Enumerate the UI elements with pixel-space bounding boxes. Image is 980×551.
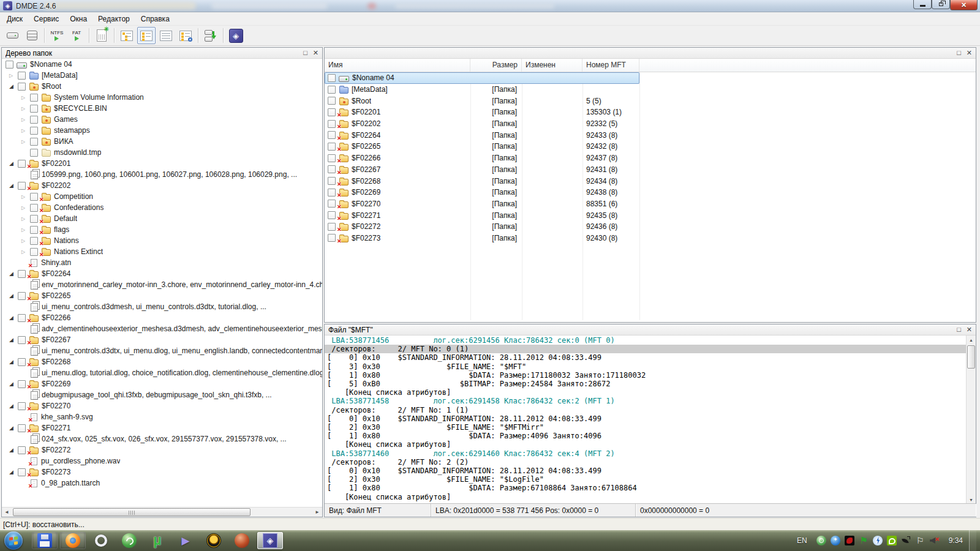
expander-closed-icon[interactable]: ▷ bbox=[20, 106, 30, 111]
panel-close-icon[interactable]: ✕ bbox=[967, 50, 972, 56]
tree-item[interactable]: ▷steamapps bbox=[2, 125, 322, 136]
checkbox[interactable] bbox=[328, 108, 336, 116]
checkbox[interactable] bbox=[18, 468, 26, 476]
checkbox[interactable] bbox=[18, 160, 26, 168]
expander-closed-icon[interactable]: ▷ bbox=[20, 128, 30, 133]
column-header-0[interactable]: Имя bbox=[325, 59, 470, 72]
file-row[interactable]: ✕$F02264[Папка]92433 (8) bbox=[325, 129, 639, 141]
toolbar-button-ntfs[interactable]: NTFS bbox=[48, 27, 66, 44]
expander-open-icon[interactable]: ◢ bbox=[8, 83, 18, 89]
checkbox[interactable] bbox=[30, 248, 38, 256]
panel-maximize-icon[interactable]: □ bbox=[303, 50, 307, 56]
checkbox[interactable] bbox=[328, 131, 336, 139]
toolbar-button-search[interactable] bbox=[176, 27, 195, 44]
column-header-2[interactable]: Изменен bbox=[522, 59, 582, 72]
file-row[interactable]: ✕$F02266[Папка]92437 (8) bbox=[325, 152, 639, 164]
tree-item[interactable]: ▷✕Nations bbox=[2, 235, 322, 246]
scroll-up-arrow-icon[interactable]: ▲ bbox=[967, 335, 976, 345]
expander-closed-icon[interactable]: ▷ bbox=[20, 139, 30, 144]
file-row[interactable]: ✕$F02201[Папка]135303 (1) bbox=[325, 107, 639, 118]
tree-item[interactable]: msdownld.tmp bbox=[2, 147, 322, 158]
checkbox[interactable] bbox=[30, 237, 38, 245]
expander-closed-icon[interactable]: ▷ bbox=[8, 73, 18, 78]
bloody-icon[interactable] bbox=[845, 536, 854, 545]
checkbox[interactable] bbox=[30, 204, 38, 212]
panel-maximize-icon[interactable]: □ bbox=[957, 50, 961, 56]
checkbox[interactable] bbox=[18, 446, 26, 454]
close-button[interactable]: ✕ bbox=[950, 0, 978, 10]
start-button[interactable] bbox=[0, 531, 27, 550]
tree-item[interactable]: ▷✕Confederations bbox=[2, 202, 322, 213]
taskbar-app-opera[interactable] bbox=[88, 532, 114, 549]
expander-closed-icon[interactable]: ▷ bbox=[20, 249, 30, 255]
column-header-1[interactable]: Размер bbox=[470, 59, 522, 72]
checkbox[interactable] bbox=[30, 138, 38, 146]
taskbar-app-save[interactable] bbox=[32, 532, 58, 549]
checkbox[interactable] bbox=[328, 74, 336, 82]
expander-closed-icon[interactable]: ▷ bbox=[20, 95, 30, 100]
volume-muted-icon[interactable] bbox=[929, 536, 939, 545]
tree-item[interactable]: adv_clementinehouseexterior_meshesa.d3dm… bbox=[2, 323, 322, 334]
expander-closed-icon[interactable]: ▷ bbox=[20, 117, 30, 122]
checkbox[interactable] bbox=[18, 83, 26, 91]
tree-item[interactable]: ◢✕$F02265 bbox=[2, 290, 322, 301]
checkbox[interactable] bbox=[328, 143, 336, 151]
toolbar-button-disk-view[interactable] bbox=[3, 27, 21, 44]
scrollbar-thumb[interactable] bbox=[967, 345, 975, 369]
panel-maximize-icon[interactable]: □ bbox=[957, 326, 961, 333]
file-row[interactable]: ✕$F02265[Папка]92432 (8) bbox=[325, 141, 639, 152]
checkbox[interactable] bbox=[328, 234, 336, 242]
checkbox[interactable] bbox=[18, 424, 26, 432]
checkbox[interactable] bbox=[18, 270, 26, 278]
scroll-right-arrow-icon[interactable]: ► bbox=[312, 508, 322, 517]
checkbox[interactable] bbox=[18, 402, 26, 410]
tree-item[interactable]: ◢✕$F02270 bbox=[2, 400, 322, 411]
license-flag-icon[interactable] bbox=[859, 536, 869, 545]
checkbox[interactable] bbox=[328, 189, 336, 197]
file-row[interactable]: ✕$F02273[Папка]92430 (8) bbox=[325, 233, 639, 244]
checkbox[interactable] bbox=[328, 165, 336, 173]
expander-closed-icon[interactable]: ▷ bbox=[20, 216, 30, 222]
taskbar-app-red-game[interactable] bbox=[229, 532, 255, 549]
tree-item[interactable]: ✕khe_sanh-9.svg bbox=[2, 411, 322, 422]
column-header-3[interactable]: Номер MFT bbox=[582, 59, 639, 72]
expander-closed-icon[interactable]: ▷ bbox=[20, 205, 30, 211]
toolbar-button-list-view[interactable] bbox=[137, 27, 156, 44]
checkbox[interactable] bbox=[328, 211, 336, 219]
expander-open-icon[interactable]: ◢ bbox=[8, 403, 18, 409]
toolbar-button-table-view[interactable] bbox=[157, 27, 175, 44]
vertical-scrollbar[interactable]: ▲ ▼ bbox=[966, 335, 976, 504]
toolbar-button-fat[interactable]: FAT bbox=[67, 27, 86, 44]
checkbox[interactable] bbox=[328, 97, 336, 105]
scrollbar-track[interactable] bbox=[12, 508, 312, 517]
checkbox[interactable] bbox=[328, 154, 336, 162]
expander-open-icon[interactable]: ◢ bbox=[8, 359, 18, 365]
tree-item[interactable]: ▷[MetaData] bbox=[2, 70, 322, 81]
tree-item[interactable]: ◢✕$F02273 bbox=[2, 467, 322, 478]
punto-switcher-icon[interactable] bbox=[831, 536, 840, 545]
tree-item[interactable]: ▷Games bbox=[2, 114, 322, 125]
checkbox[interactable] bbox=[18, 292, 26, 300]
tree-item[interactable]: ◢✕$F02268 bbox=[2, 356, 322, 367]
toolbar-button-recover[interactable] bbox=[202, 27, 220, 44]
checkbox[interactable] bbox=[18, 336, 26, 344]
lightning-icon[interactable] bbox=[873, 536, 883, 545]
checkbox[interactable] bbox=[18, 182, 26, 190]
file-row[interactable]: $Noname 04 bbox=[325, 72, 639, 84]
checkbox[interactable] bbox=[30, 226, 38, 234]
menu-item-0[interactable]: Диск bbox=[1, 13, 28, 25]
language-indicator[interactable]: EN bbox=[797, 536, 807, 545]
file-row[interactable]: [MetaData][Папка] bbox=[325, 84, 639, 96]
mft-record-view[interactable]: LBA:538771456 лог.сек:6291456 Клас:78643… bbox=[325, 335, 976, 504]
checkbox[interactable] bbox=[30, 94, 38, 102]
checkbox[interactable] bbox=[328, 177, 336, 185]
tree-item[interactable]: ▷✕Default bbox=[2, 213, 322, 224]
checkbox[interactable] bbox=[6, 61, 13, 69]
checkbox[interactable] bbox=[328, 86, 336, 94]
tree-item[interactable]: debugmipusage_tool_qhi.t3fxb, debugmipus… bbox=[2, 389, 322, 400]
tree-item[interactable]: 105999.png, 1060.png, 106001.png, 106027… bbox=[2, 169, 322, 180]
expander-open-icon[interactable]: ◢ bbox=[8, 469, 18, 475]
restore-button[interactable] bbox=[932, 0, 950, 9]
file-row[interactable]: ✕$F02202[Папка]92332 (5) bbox=[325, 118, 639, 130]
expander-open-icon[interactable]: ◢ bbox=[8, 293, 18, 299]
